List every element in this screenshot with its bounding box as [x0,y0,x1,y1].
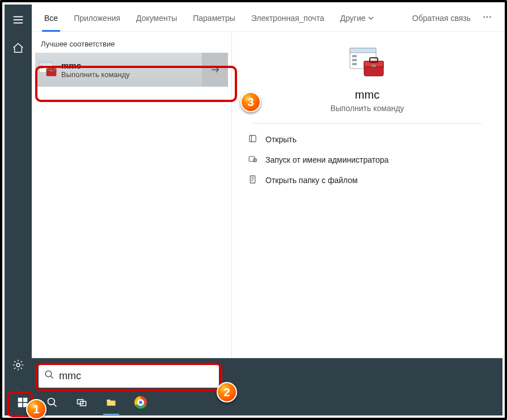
window-frame: Все Приложения Документы Параметры Элект… [0,0,507,420]
action-open-location[interactable]: Открыть папку с файлом [248,170,388,190]
folder-open-icon [248,175,257,186]
svg-line-32 [50,376,53,379]
feedback-link[interactable]: Обратная связь [407,14,476,23]
taskbar-search-icon[interactable] [41,391,64,414]
svg-point-6 [483,16,485,18]
svg-rect-22 [352,63,357,65]
search-input[interactable] [59,370,213,382]
svg-rect-10 [40,62,53,65]
tab-more[interactable]: Другие [332,5,382,32]
svg-line-38 [54,404,57,406]
tab-settings[interactable]: Параметры [185,5,243,32]
best-match-label: Лучшее соответствие [32,37,231,53]
mmc-icon [35,62,61,78]
action-open[interactable]: Открыть [248,129,388,150]
detail-title: mmc [355,88,379,101]
detail-subtitle: Выполнить команду [330,104,404,113]
action-admin-label: Запуск от имени администратора [265,155,388,164]
detail-pane: mmc Выполнить команду Открыть Запу [231,32,502,358]
tab-documents[interactable]: Документы [128,5,185,32]
taskbar [5,389,502,415]
chevron-down-icon [368,14,374,23]
svg-rect-21 [352,59,357,61]
svg-point-37 [48,398,55,405]
start-button[interactable] [11,391,34,414]
svg-rect-12 [41,67,43,69]
action-run-as-admin[interactable]: Запуск от имени администратора [248,150,388,170]
chrome-icon[interactable] [129,391,152,414]
result-expand[interactable] [202,53,228,87]
search-panel: Все Приложения Документы Параметры Элект… [32,5,502,358]
overflow-menu-icon[interactable] [476,12,498,24]
start-rail [5,5,32,415]
svg-rect-20 [352,55,357,57]
tab-all[interactable]: Все [36,5,66,32]
detail-actions: Открыть Запуск от имени администратора О… [232,129,388,190]
svg-rect-26 [371,65,376,67]
detail-icon [349,48,386,82]
svg-rect-36 [23,402,28,407]
svg-point-7 [487,16,488,18]
svg-rect-16 [50,70,53,71]
svg-point-8 [489,16,491,18]
svg-rect-30 [250,176,255,183]
home-icon[interactable] [12,42,24,57]
svg-rect-27 [250,135,256,142]
hamburger-icon[interactable] [12,14,24,28]
search-tabs: Все Приложения Документы Параметры Элект… [32,5,502,32]
result-mmc[interactable]: mmc Выполнить команду [35,53,228,87]
svg-rect-11 [41,66,43,67]
search-strip [32,358,502,393]
results-list: Лучшее соответствие [32,32,231,358]
svg-point-31 [45,371,52,377]
tab-apps[interactable]: Приложения [66,5,128,32]
svg-rect-33 [18,397,23,402]
svg-rect-35 [18,402,23,407]
svg-point-3 [16,363,20,367]
file-explorer-icon[interactable] [100,391,122,414]
task-view-icon[interactable] [70,391,93,414]
action-open-label: Открыть [265,135,297,144]
gear-icon[interactable] [12,359,24,374]
open-icon [248,134,257,145]
svg-rect-19 [350,48,376,53]
divider [252,123,482,124]
tab-email[interactable]: Электронная_почта [243,5,332,32]
result-subtitle: Выполнить команду [61,70,202,79]
search-icon [44,370,54,382]
action-location-label: Открыть папку с файлом [265,176,358,185]
admin-icon [248,154,257,166]
search-box[interactable] [39,364,219,388]
result-title: mmc [61,61,202,70]
svg-rect-34 [23,397,28,402]
